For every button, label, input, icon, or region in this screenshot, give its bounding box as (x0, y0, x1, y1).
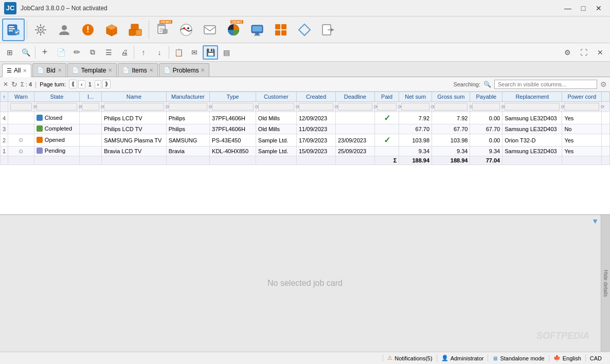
settings-toolbar-btn[interactable] (29, 19, 52, 41)
th-netsum[interactable]: Net sum (399, 92, 432, 102)
print-btn[interactable]: 🖨 (117, 45, 132, 60)
cell-created-3: 11/09/2023 (296, 124, 335, 134)
modules-toolbar-btn[interactable] (270, 19, 292, 41)
inventory-toolbar-btn[interactable] (100, 19, 123, 41)
tab-items-close[interactable]: ✕ (149, 67, 153, 73)
filter-paid-input[interactable] (377, 103, 397, 111)
cell-deadline-1: 25/09/2023 (335, 147, 374, 156)
th-powercord[interactable]: Power cord (562, 92, 602, 102)
minimize-button[interactable]: — (561, 3, 575, 14)
th-deadline[interactable]: Deadline (335, 92, 374, 102)
th-manufacturer[interactable]: Manufacturer (166, 92, 209, 102)
tab-all-close[interactable]: ✕ (23, 68, 27, 74)
droid-toolbar-btn[interactable] (175, 19, 198, 41)
filter-powercord-input[interactable] (564, 103, 599, 111)
th-grosssum[interactable]: Gross sum (432, 92, 470, 102)
th-payable[interactable]: Payable (470, 92, 503, 102)
th-created[interactable]: Created (296, 92, 335, 102)
search-settings-btn[interactable]: ⚙ (600, 80, 607, 88)
tab-items[interactable]: 📄 Items ✕ (118, 63, 157, 77)
hide-details-panel[interactable]: Hide details (601, 215, 610, 352)
th-paid[interactable]: Paid (374, 92, 399, 102)
cell-name-2: SAMSUNG Plasma TV (102, 134, 167, 147)
th-warn[interactable]: Warn (8, 92, 34, 102)
tab-problems[interactable]: 📄 Problems ✕ (159, 63, 210, 77)
filter-mfr-input[interactable] (169, 103, 207, 111)
list-view-btn[interactable]: ☰ (101, 45, 116, 60)
filter-paid: ⟳ (374, 102, 399, 112)
filter-grosssum-input[interactable] (434, 103, 468, 111)
table-header-row: ↑ Warn State I... Name Manufacturer Type… (1, 92, 610, 102)
notifications-status[interactable]: ⚠ Notifications(5) (383, 355, 437, 361)
move-dn-btn[interactable]: ↓ (152, 45, 167, 60)
filter-netsum-input[interactable] (401, 103, 429, 111)
table-row[interactable]: 4 Closed Philips LCD TV Philips 37PFL460… (1, 112, 610, 124)
th-type[interactable]: Type (210, 92, 256, 102)
tab-bid-close[interactable]: ✕ (58, 67, 62, 73)
export-btn[interactable]: ▤ (219, 45, 234, 60)
tab-problems-close[interactable]: ✕ (201, 67, 205, 73)
tab-template[interactable]: 📄 Template ✕ (67, 63, 117, 77)
close-view-btn[interactable]: ✕ (593, 45, 608, 60)
move-up-btn[interactable]: ↑ (136, 45, 151, 60)
filter-name-input[interactable] (104, 103, 164, 111)
filter-replacement-input[interactable] (505, 103, 560, 111)
th-sort[interactable]: ↑ (1, 92, 8, 102)
duplicate-btn[interactable]: ⧉ (85, 45, 100, 60)
mail-btn[interactable]: ✉ (187, 45, 202, 60)
remote-toolbar-btn[interactable] (246, 19, 268, 41)
filter-created-input[interactable] (299, 103, 333, 111)
copy-record-btn[interactable]: 📄 (53, 45, 68, 60)
add-record-btn[interactable]: + (37, 45, 52, 60)
parts-toolbar-btn[interactable] (124, 19, 147, 41)
th-replacement[interactable]: Replacement (503, 92, 562, 102)
tab-all[interactable]: ☰ All ✕ (2, 64, 31, 77)
col-settings-btn[interactable]: ⚙ (560, 45, 575, 60)
maximize-button[interactable]: □ (576, 3, 590, 14)
th-name[interactable]: Name (102, 92, 167, 102)
filter-id-input[interactable] (82, 103, 99, 111)
copy2-btn[interactable]: 📋 (171, 45, 186, 60)
grid-view-btn[interactable]: ⊞ (2, 45, 17, 60)
tab-template-close[interactable]: ✕ (108, 67, 112, 73)
cell-type-3: 37PFL4606H (210, 124, 256, 134)
email-toolbar-btn[interactable] (199, 19, 221, 41)
th-customer[interactable]: Customer (256, 92, 296, 102)
notifications-toolbar-btn[interactable]: ! (77, 19, 99, 41)
table-row[interactable]: 2 ⊙ Opened SAMSUNG Plasma TV SAMSUNG PS-… (1, 134, 610, 147)
save-btn[interactable]: 💾 (203, 45, 218, 60)
data-table: ↑ Warn State I... Name Manufacturer Type… (0, 92, 610, 165)
cell-paid-1 (374, 147, 399, 156)
prev-page-btn[interactable]: ‹ (78, 80, 85, 88)
filter-payable-input[interactable] (472, 103, 500, 111)
detail-collapse-icon[interactable]: ▼ (591, 217, 599, 225)
quit-toolbar-btn[interactable] (317, 19, 339, 41)
sigma-grosssum: 188.94 (432, 156, 470, 165)
filter-state-input[interactable] (37, 103, 77, 111)
filter-warn-input[interactable] (10, 103, 32, 111)
activate-toolbar-btn[interactable] (293, 19, 316, 41)
table-row[interactable]: 1 ⊙ Pending Bravia LCD TV Bravia KDL-40H… (1, 147, 610, 156)
table-row[interactable]: 3 Completed Philips LCD TV Philips 37PFL… (1, 124, 610, 134)
close-search-icon[interactable]: ✕ (3, 81, 8, 88)
sigma-cell-2 (8, 156, 34, 165)
th-id[interactable]: I... (80, 92, 102, 102)
reports-toolbar-btn[interactable]: DEMO (222, 19, 245, 41)
persons-toolbar-btn[interactable] (53, 19, 76, 41)
first-page-btn[interactable]: ⟪ (69, 80, 77, 88)
last-page-btn[interactable]: ⟫ (102, 80, 111, 88)
th-state[interactable]: State (34, 92, 79, 102)
search-toggle-btn[interactable]: 🔍 (18, 45, 33, 60)
next-page-btn[interactable]: › (95, 80, 102, 88)
jobs-toolbar-btn[interactable] (2, 19, 25, 41)
close-button[interactable]: ✕ (591, 3, 606, 14)
tab-bid[interactable]: 📄 Bid ✕ (32, 63, 66, 77)
documents-toolbar-btn[interactable]: DEMO (151, 19, 174, 41)
filter-customer-input[interactable] (258, 103, 294, 111)
filter-deadline-input[interactable] (338, 103, 372, 111)
search-input[interactable] (494, 80, 597, 89)
filter-type-input[interactable] (212, 103, 254, 111)
edit-record-btn[interactable]: ✏ (69, 45, 84, 60)
refresh-icon[interactable]: ↻ (11, 80, 17, 88)
fullscreen-btn[interactable]: ⛶ (576, 45, 591, 60)
